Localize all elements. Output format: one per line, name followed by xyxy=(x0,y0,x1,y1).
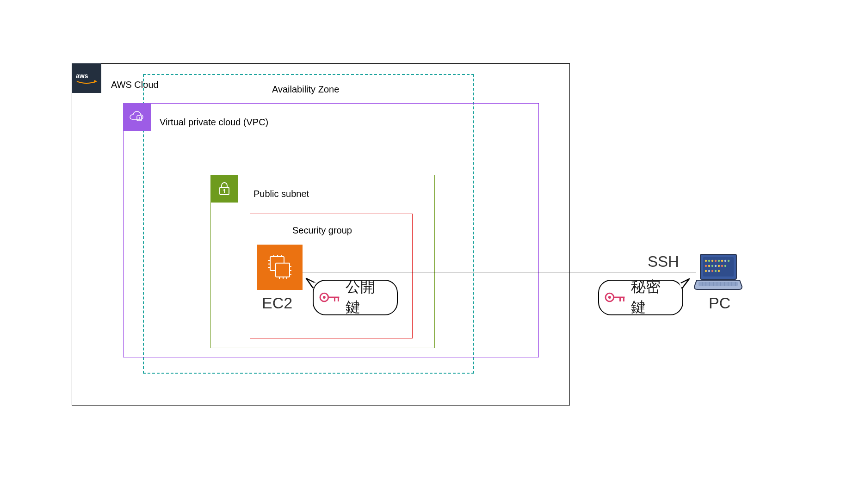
svg-point-44 xyxy=(718,265,720,267)
svg-point-46 xyxy=(724,265,726,267)
svg-point-32 xyxy=(705,260,707,262)
key-icon xyxy=(319,289,341,306)
svg-point-40 xyxy=(705,265,707,267)
aws-icon: aws xyxy=(72,63,101,93)
svg-point-51 xyxy=(718,270,720,272)
svg-point-35 xyxy=(715,260,717,262)
availability-zone-label: Availability Zone xyxy=(272,84,339,95)
svg-point-39 xyxy=(728,260,729,262)
diagram-canvas: aws AWS Cloud Availability Zone Virtual … xyxy=(0,0,853,504)
svg-point-45 xyxy=(721,265,723,267)
public-subnet-label: Public subnet xyxy=(253,189,309,199)
vpc-label: Virtual private cloud (VPC) xyxy=(160,117,268,128)
svg-point-42 xyxy=(711,265,713,267)
ec2-label: EC2 xyxy=(262,294,292,312)
svg-text:aws: aws xyxy=(76,72,88,80)
public-key-bubble: 公開鍵 xyxy=(313,280,398,315)
private-key-tail xyxy=(679,278,690,289)
svg-point-26 xyxy=(608,296,611,299)
public-key-label: 公開鍵 xyxy=(346,277,389,318)
svg-point-47 xyxy=(705,270,707,272)
svg-point-41 xyxy=(708,265,710,267)
ssh-label: SSH xyxy=(648,253,679,270)
subnet-lock-icon xyxy=(210,175,238,203)
svg-rect-7 xyxy=(276,263,290,277)
public-key-tail xyxy=(305,277,316,289)
svg-point-49 xyxy=(711,270,713,272)
svg-point-38 xyxy=(724,260,726,262)
pc-label: PC xyxy=(709,294,730,312)
svg-point-36 xyxy=(718,260,720,262)
vpc-icon xyxy=(123,103,151,131)
svg-point-48 xyxy=(708,270,710,272)
svg-point-4 xyxy=(223,189,225,191)
ssh-connection-line xyxy=(303,272,696,272)
private-key-label: 秘密鍵 xyxy=(631,277,675,318)
svg-point-34 xyxy=(711,260,713,262)
private-key-bubble: 秘密鍵 xyxy=(598,280,683,315)
svg-point-50 xyxy=(715,270,717,272)
svg-point-21 xyxy=(323,296,326,299)
key-icon xyxy=(605,289,626,306)
svg-point-43 xyxy=(715,265,717,267)
pc-icon xyxy=(694,253,742,290)
svg-point-33 xyxy=(708,260,710,262)
svg-point-37 xyxy=(721,260,723,262)
security-group-label: Security group xyxy=(292,225,352,236)
ec2-icon xyxy=(257,245,303,290)
